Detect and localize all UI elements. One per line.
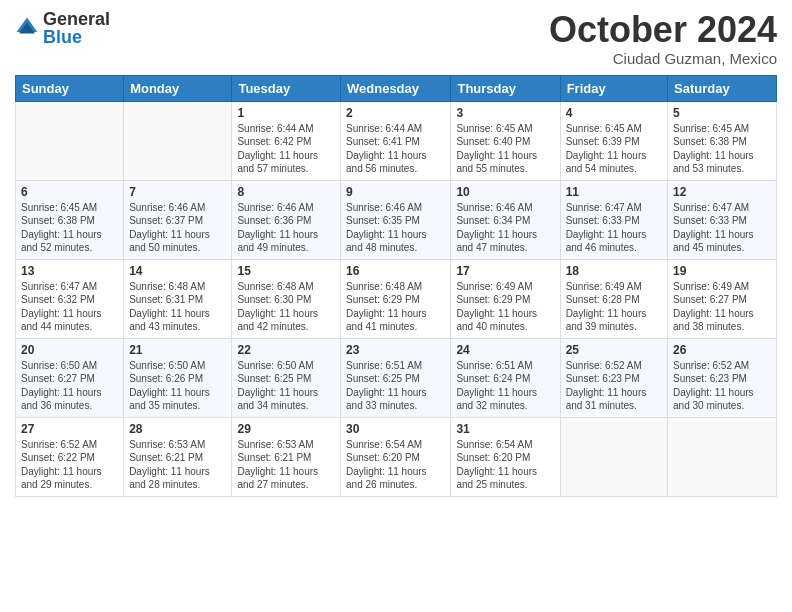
table-row: 22Sunrise: 6:50 AM Sunset: 6:25 PM Dayli…	[232, 338, 341, 417]
day-info: Sunrise: 6:47 AM Sunset: 6:33 PM Dayligh…	[566, 201, 662, 255]
table-row: 10Sunrise: 6:46 AM Sunset: 6:34 PM Dayli…	[451, 180, 560, 259]
day-number: 17	[456, 264, 554, 278]
day-info: Sunrise: 6:45 AM Sunset: 6:38 PM Dayligh…	[673, 122, 771, 176]
table-row: 24Sunrise: 6:51 AM Sunset: 6:24 PM Dayli…	[451, 338, 560, 417]
day-number: 14	[129, 264, 226, 278]
day-number: 15	[237, 264, 335, 278]
table-row	[16, 101, 124, 180]
table-row: 12Sunrise: 6:47 AM Sunset: 6:33 PM Dayli…	[668, 180, 777, 259]
day-number: 10	[456, 185, 554, 199]
calendar-week-row: 6Sunrise: 6:45 AM Sunset: 6:38 PM Daylig…	[16, 180, 777, 259]
day-info: Sunrise: 6:51 AM Sunset: 6:24 PM Dayligh…	[456, 359, 554, 413]
table-row: 19Sunrise: 6:49 AM Sunset: 6:27 PM Dayli…	[668, 259, 777, 338]
header-friday: Friday	[560, 75, 667, 101]
table-row: 29Sunrise: 6:53 AM Sunset: 6:21 PM Dayli…	[232, 417, 341, 496]
day-number: 26	[673, 343, 771, 357]
day-number: 23	[346, 343, 445, 357]
day-info: Sunrise: 6:48 AM Sunset: 6:31 PM Dayligh…	[129, 280, 226, 334]
table-row: 30Sunrise: 6:54 AM Sunset: 6:20 PM Dayli…	[341, 417, 451, 496]
day-number: 2	[346, 106, 445, 120]
page-container: General Blue October 2024 Ciudad Guzman,…	[0, 0, 792, 512]
day-number: 22	[237, 343, 335, 357]
logo-text: General Blue	[43, 10, 110, 46]
table-row: 3Sunrise: 6:45 AM Sunset: 6:40 PM Daylig…	[451, 101, 560, 180]
header-tuesday: Tuesday	[232, 75, 341, 101]
day-number: 8	[237, 185, 335, 199]
day-number: 9	[346, 185, 445, 199]
day-number: 20	[21, 343, 118, 357]
day-info: Sunrise: 6:44 AM Sunset: 6:42 PM Dayligh…	[237, 122, 335, 176]
day-number: 1	[237, 106, 335, 120]
table-row: 15Sunrise: 6:48 AM Sunset: 6:30 PM Dayli…	[232, 259, 341, 338]
logo: General Blue	[15, 10, 110, 46]
table-row: 11Sunrise: 6:47 AM Sunset: 6:33 PM Dayli…	[560, 180, 667, 259]
day-info: Sunrise: 6:52 AM Sunset: 6:22 PM Dayligh…	[21, 438, 118, 492]
day-info: Sunrise: 6:46 AM Sunset: 6:35 PM Dayligh…	[346, 201, 445, 255]
day-number: 5	[673, 106, 771, 120]
day-info: Sunrise: 6:49 AM Sunset: 6:27 PM Dayligh…	[673, 280, 771, 334]
day-info: Sunrise: 6:54 AM Sunset: 6:20 PM Dayligh…	[346, 438, 445, 492]
day-info: Sunrise: 6:53 AM Sunset: 6:21 PM Dayligh…	[237, 438, 335, 492]
day-number: 30	[346, 422, 445, 436]
day-number: 25	[566, 343, 662, 357]
table-row: 20Sunrise: 6:50 AM Sunset: 6:27 PM Dayli…	[16, 338, 124, 417]
logo-general-text: General	[43, 10, 110, 28]
day-info: Sunrise: 6:46 AM Sunset: 6:34 PM Dayligh…	[456, 201, 554, 255]
calendar-week-row: 20Sunrise: 6:50 AM Sunset: 6:27 PM Dayli…	[16, 338, 777, 417]
header-saturday: Saturday	[668, 75, 777, 101]
day-number: 21	[129, 343, 226, 357]
table-row: 14Sunrise: 6:48 AM Sunset: 6:31 PM Dayli…	[124, 259, 232, 338]
table-row: 1Sunrise: 6:44 AM Sunset: 6:42 PM Daylig…	[232, 101, 341, 180]
table-row: 8Sunrise: 6:46 AM Sunset: 6:36 PM Daylig…	[232, 180, 341, 259]
day-info: Sunrise: 6:44 AM Sunset: 6:41 PM Dayligh…	[346, 122, 445, 176]
day-number: 4	[566, 106, 662, 120]
day-info: Sunrise: 6:46 AM Sunset: 6:36 PM Dayligh…	[237, 201, 335, 255]
table-row: 2Sunrise: 6:44 AM Sunset: 6:41 PM Daylig…	[341, 101, 451, 180]
day-info: Sunrise: 6:50 AM Sunset: 6:27 PM Dayligh…	[21, 359, 118, 413]
header-thursday: Thursday	[451, 75, 560, 101]
day-number: 24	[456, 343, 554, 357]
day-number: 16	[346, 264, 445, 278]
logo-icon	[15, 16, 39, 40]
table-row: 23Sunrise: 6:51 AM Sunset: 6:25 PM Dayli…	[341, 338, 451, 417]
table-row: 18Sunrise: 6:49 AM Sunset: 6:28 PM Dayli…	[560, 259, 667, 338]
day-info: Sunrise: 6:54 AM Sunset: 6:20 PM Dayligh…	[456, 438, 554, 492]
day-info: Sunrise: 6:49 AM Sunset: 6:29 PM Dayligh…	[456, 280, 554, 334]
day-info: Sunrise: 6:49 AM Sunset: 6:28 PM Dayligh…	[566, 280, 662, 334]
calendar-week-row: 1Sunrise: 6:44 AM Sunset: 6:42 PM Daylig…	[16, 101, 777, 180]
calendar-header-row: Sunday Monday Tuesday Wednesday Thursday…	[16, 75, 777, 101]
table-row	[124, 101, 232, 180]
day-info: Sunrise: 6:48 AM Sunset: 6:30 PM Dayligh…	[237, 280, 335, 334]
day-info: Sunrise: 6:53 AM Sunset: 6:21 PM Dayligh…	[129, 438, 226, 492]
day-info: Sunrise: 6:45 AM Sunset: 6:40 PM Dayligh…	[456, 122, 554, 176]
table-row: 6Sunrise: 6:45 AM Sunset: 6:38 PM Daylig…	[16, 180, 124, 259]
day-info: Sunrise: 6:50 AM Sunset: 6:25 PM Dayligh…	[237, 359, 335, 413]
table-row: 31Sunrise: 6:54 AM Sunset: 6:20 PM Dayli…	[451, 417, 560, 496]
day-info: Sunrise: 6:47 AM Sunset: 6:32 PM Dayligh…	[21, 280, 118, 334]
month-title: October 2024	[549, 10, 777, 50]
day-number: 12	[673, 185, 771, 199]
day-info: Sunrise: 6:45 AM Sunset: 6:38 PM Dayligh…	[21, 201, 118, 255]
table-row: 7Sunrise: 6:46 AM Sunset: 6:37 PM Daylig…	[124, 180, 232, 259]
calendar-table: Sunday Monday Tuesday Wednesday Thursday…	[15, 75, 777, 497]
table-row: 5Sunrise: 6:45 AM Sunset: 6:38 PM Daylig…	[668, 101, 777, 180]
table-row	[560, 417, 667, 496]
day-number: 13	[21, 264, 118, 278]
header: General Blue October 2024 Ciudad Guzman,…	[15, 10, 777, 67]
day-info: Sunrise: 6:52 AM Sunset: 6:23 PM Dayligh…	[673, 359, 771, 413]
day-number: 19	[673, 264, 771, 278]
table-row: 28Sunrise: 6:53 AM Sunset: 6:21 PM Dayli…	[124, 417, 232, 496]
day-number: 18	[566, 264, 662, 278]
table-row: 9Sunrise: 6:46 AM Sunset: 6:35 PM Daylig…	[341, 180, 451, 259]
day-number: 7	[129, 185, 226, 199]
day-number: 29	[237, 422, 335, 436]
calendar-week-row: 13Sunrise: 6:47 AM Sunset: 6:32 PM Dayli…	[16, 259, 777, 338]
day-info: Sunrise: 6:46 AM Sunset: 6:37 PM Dayligh…	[129, 201, 226, 255]
header-wednesday: Wednesday	[341, 75, 451, 101]
day-info: Sunrise: 6:47 AM Sunset: 6:33 PM Dayligh…	[673, 201, 771, 255]
day-number: 6	[21, 185, 118, 199]
day-number: 3	[456, 106, 554, 120]
day-info: Sunrise: 6:50 AM Sunset: 6:26 PM Dayligh…	[129, 359, 226, 413]
title-block: October 2024 Ciudad Guzman, Mexico	[549, 10, 777, 67]
day-number: 11	[566, 185, 662, 199]
